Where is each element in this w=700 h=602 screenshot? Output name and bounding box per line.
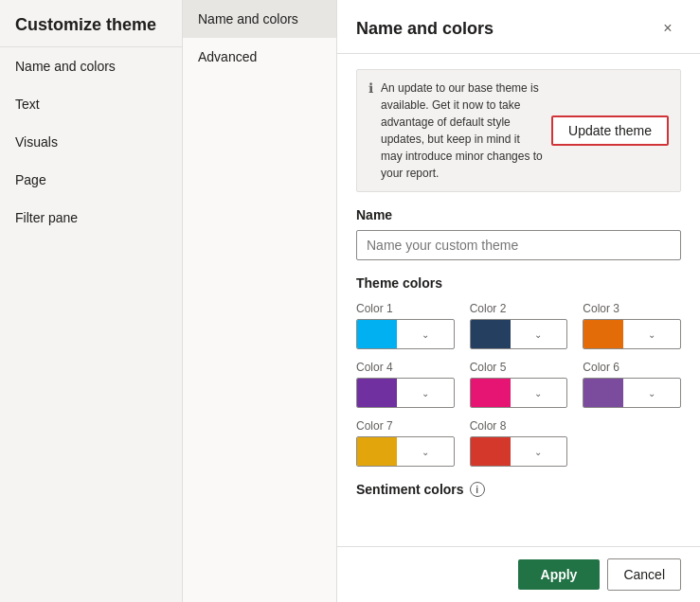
color-5-dropdown[interactable]: ⌄ xyxy=(470,378,568,408)
middle-panel: Name and colors Advanced xyxy=(183,0,337,602)
sidebar-item-name-colors[interactable]: Name and colors xyxy=(0,47,182,85)
color-1-label: Color 1 xyxy=(356,302,455,315)
color-item-7: Color 7 ⌄ xyxy=(356,419,455,467)
sidebar-item-text[interactable]: Text xyxy=(0,85,182,123)
middle-nav-name-colors[interactable]: Name and colors xyxy=(183,0,336,38)
color-4-swatch xyxy=(357,379,397,407)
color-6-dropdown[interactable]: ⌄ xyxy=(583,378,681,408)
info-banner: ℹ An update to our base theme is availab… xyxy=(356,69,681,192)
color-6-label: Color 6 xyxy=(583,361,681,374)
apply-button[interactable]: Apply xyxy=(518,559,601,590)
color-1-dropdown[interactable]: ⌄ xyxy=(356,319,455,349)
color-5-swatch xyxy=(471,379,511,407)
chevron-down-icon: ⌄ xyxy=(397,447,454,457)
left-sidebar: Customize theme Name and colors Text Vis… xyxy=(0,0,183,602)
cancel-button[interactable]: Cancel xyxy=(607,558,681,591)
sentiment-label-text: Sentiment colors xyxy=(356,482,464,497)
sidebar-title: Customize theme xyxy=(0,0,182,47)
chevron-down-icon: ⌄ xyxy=(623,388,680,398)
sentiment-info-icon: i xyxy=(470,482,485,497)
color-item-3: Color 3 ⌄ xyxy=(583,302,681,349)
chevron-down-icon: ⌄ xyxy=(511,388,567,398)
middle-nav-advanced[interactable]: Advanced xyxy=(183,38,336,76)
main-title: Name and colors xyxy=(356,19,494,39)
update-theme-button[interactable]: Update theme xyxy=(551,115,669,146)
color-7-dropdown[interactable]: ⌄ xyxy=(356,436,455,467)
theme-name-input[interactable] xyxy=(356,230,681,260)
color-2-swatch xyxy=(471,320,511,348)
name-label: Name xyxy=(356,207,681,222)
color-2-dropdown[interactable]: ⌄ xyxy=(470,319,568,349)
color-5-label: Color 5 xyxy=(470,361,568,374)
chevron-down-icon: ⌄ xyxy=(397,329,454,340)
sentiment-label: Sentiment colors i xyxy=(356,482,681,497)
color-7-swatch xyxy=(357,437,397,466)
chevron-down-icon: ⌄ xyxy=(511,447,567,457)
chevron-down-icon: ⌄ xyxy=(511,329,567,340)
color-item-5: Color 5 ⌄ xyxy=(470,361,568,408)
color-3-dropdown[interactable]: ⌄ xyxy=(583,319,681,349)
color-item-8: Color 8 ⌄ xyxy=(470,419,568,467)
sidebar-item-page[interactable]: Page xyxy=(0,161,182,199)
main-body: ℹ An update to our base theme is availab… xyxy=(337,54,700,546)
color-3-swatch xyxy=(583,320,623,348)
color-item-6: Color 6 ⌄ xyxy=(583,361,681,408)
main-footer: Apply Cancel xyxy=(337,546,700,602)
chevron-down-icon: ⌄ xyxy=(623,329,680,340)
color-8-label: Color 8 xyxy=(470,419,568,433)
main-content: Name and colors × ℹ An update to our bas… xyxy=(337,0,700,602)
color-3-label: Color 3 xyxy=(583,302,681,315)
color-4-dropdown[interactable]: ⌄ xyxy=(356,378,455,408)
color-item-1: Color 1 ⌄ xyxy=(356,302,455,349)
main-header: Name and colors × xyxy=(337,0,700,54)
color-8-swatch xyxy=(471,437,511,466)
sidebar-item-visuals[interactable]: Visuals xyxy=(0,123,182,161)
sidebar-item-filter-pane[interactable]: Filter pane xyxy=(0,199,182,237)
close-button[interactable]: × xyxy=(655,15,681,42)
color-item-4: Color 4 ⌄ xyxy=(356,361,455,408)
color-7-label: Color 7 xyxy=(356,419,455,433)
theme-colors-label: Theme colors xyxy=(356,275,681,291)
color-8-dropdown[interactable]: ⌄ xyxy=(470,436,568,467)
info-icon: ℹ xyxy=(368,80,373,96)
color-2-label: Color 2 xyxy=(470,302,568,315)
color-4-label: Color 4 xyxy=(356,361,455,374)
chevron-down-icon: ⌄ xyxy=(397,388,454,398)
info-text: An update to our base theme is available… xyxy=(381,80,544,182)
color-1-swatch xyxy=(357,320,397,348)
colors-grid: Color 1 ⌄ Color 2 ⌄ Color 3 ⌄ xyxy=(356,302,681,467)
color-item-2: Color 2 ⌄ xyxy=(470,302,568,349)
color-6-swatch xyxy=(583,379,623,407)
